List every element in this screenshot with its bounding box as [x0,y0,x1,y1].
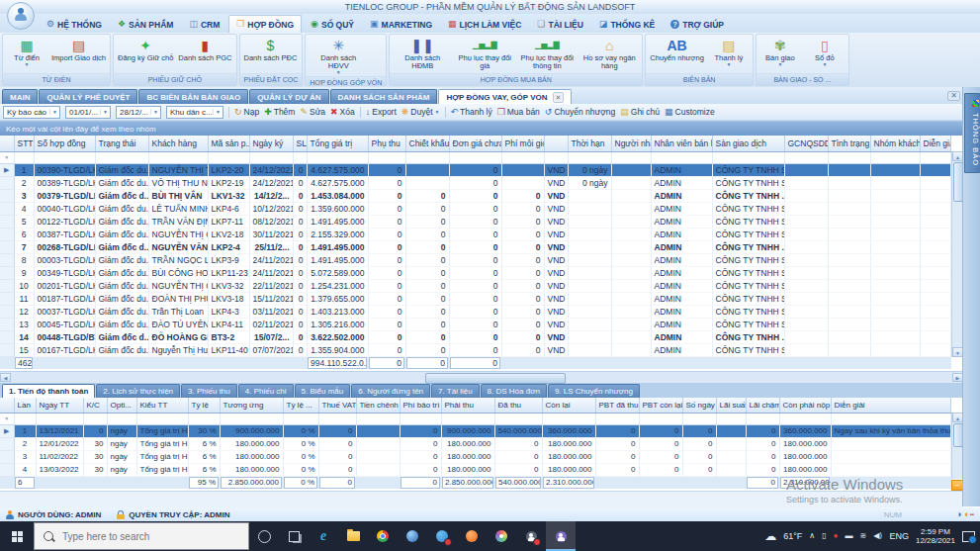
table-row[interactable]: 1000201-TLGD/LKV3...Giám đốc du...NGUYỄN… [0,279,951,292]
scroll-left-icon[interactable]: ◀ [0,373,11,382]
filter-cell[interactable] [14,151,34,163]
table-row[interactable]: ▶100390-TLGD/LKP2...Giám đốc du...NGUYỄN… [0,163,951,176]
task-view-icon[interactable] [279,521,309,551]
edge-icon[interactable]: e [309,521,338,551]
duyet-button[interactable]: ❋Duyệt▼ [401,107,440,117]
detail-tab-bieu-mau[interactable]: 5. Biểu mẫu [295,384,351,398]
column-header[interactable]: Nhân viên bán h... [651,136,712,151]
table-row[interactable]: 1200037-TLGD/LKP4...Giám đốc du...Trần T… [0,305,951,318]
filter-row[interactable]: ▼ [0,151,951,163]
table-row[interactable]: 413/03/202230ngàyTổng giá trị H...6 %180… [0,463,951,476]
doc-tab-quan-ly-du-an[interactable]: QUẢN LÝ DỰ ÁN [249,89,328,104]
start-button[interactable] [0,521,34,551]
ribbon-tab-san-pham[interactable]: ❖SẢN PHẨM [111,16,180,33]
filter-cell[interactable] [651,151,712,163]
column-header[interactable]: Còn lại [542,398,595,413]
phu-luc-thay-doi-gia-button[interactable]: ▁▅▂▇Phụ lục thay đổi giá [454,36,515,72]
table-row[interactable]: 800003-TLGD/LKP3...Giám đốc du...TRẦN NG… [0,253,951,266]
chuyen-nhuong-button[interactable]: ABChuyển nhượng [648,36,706,72]
doc-tab-main[interactable]: MAIN [2,89,38,104]
ribbon-tab-hop-dong[interactable]: ❐HỢP ĐỒNG [228,15,302,33]
cortana-icon[interactable] [249,521,279,551]
column-header[interactable]: STT [14,136,34,151]
wifi-icon[interactable]: ≋ [859,532,866,540]
chrome-icon[interactable] [368,521,398,551]
column-header[interactable]: Ngày ký [249,136,293,151]
table-row[interactable]: 900349-TLGD/LKP1...Giám đốc du...BÙI CÔN… [0,266,951,279]
filter-cell[interactable] [870,151,920,163]
filter-cell[interactable] [293,151,307,163]
clock[interactable]: 2:59 PM 12/28/2021 [916,527,955,545]
tu-dien-button[interactable]: ▦Từ điển▼ [5,36,48,72]
antivirus-app-icon[interactable] [457,521,487,551]
filter-cell[interactable] [368,151,405,163]
app-menu-orb[interactable] [7,2,35,30]
column-header[interactable]: Diễn giải [920,136,951,151]
column-header[interactable]: Lần [14,398,36,413]
column-header[interactable]: Đơn giá chưa... [449,136,501,151]
filter-cell[interactable] [544,151,568,163]
column-header[interactable]: Sàn giao dịch [712,136,784,151]
den-ngay-select[interactable]: 28/12/...▼ [116,106,161,119]
ribbon-tab-marketing[interactable]: ▣MARKETING [363,16,439,33]
ribbon-tab-crm[interactable]: ◫CRM [182,16,226,33]
weather-temp[interactable]: 61°F [783,531,802,541]
chuyen-nhuong-button[interactable]: ↺Chuyển nhượng [545,107,615,117]
doc-tab-hop-dong-vay-gop-von[interactable]: HỢP ĐỒNG VAY, GÓP VỐN✕ [438,89,572,104]
column-header[interactable]: Phụ thu [368,136,405,151]
detail-tab-nguoi-dung-ten[interactable]: 6. Người đứng tên [351,384,430,398]
table-row[interactable]: 1500167-TLGD/LKP1...Giám đốc du...Nguyễn… [0,343,951,356]
contracts-grid-hscrollbar[interactable]: ◀ ▶ [0,371,963,383]
tu-ngay-select[interactable]: 01/01/...▼ [65,106,111,119]
filter-cell[interactable] [107,413,136,424]
taskbar-search[interactable] [34,522,249,550]
filter-cell[interactable] [36,413,83,424]
language-indicator[interactable]: ENG [889,531,909,541]
detail-tab-phieu-chi[interactable]: 4. Phiếu chi [238,384,294,398]
column-header[interactable]: Thuế VAT [318,398,356,413]
doc-tab-danh-sach-san-pham[interactable]: DANH SÁCH SẢN PHẨM [330,89,438,104]
customize-button[interactable]: ▦Customize [665,107,715,117]
table-row[interactable]: 200389-TLGD/LKP2...Giám đốc du...VÕ THỊ … [0,176,951,189]
ribbon-tab-he-thong[interactable]: ⚙HỆ THỐNG [40,16,109,33]
column-header[interactable]: Kiểu TT [136,398,188,413]
group-by-panel[interactable]: Kéo một vài cột lên đây để xem theo nhóm [0,121,963,136]
filter-cell[interactable] [405,151,449,163]
filter-cell[interactable] [400,413,441,424]
column-header[interactable]: Tình trạng ... [828,136,870,151]
detail-tab-tien-do-thanh-toan[interactable]: 1. Tiến độ thanh toán [2,384,95,398]
column-header[interactable]: K/C [83,398,107,413]
column-header[interactable]: Lãi suất [716,398,746,413]
filter-cell[interactable] [568,151,611,163]
them-button[interactable]: ✚Thêm [264,107,295,117]
ribbon-tab-tro-giup[interactable]: ?TRỢ GIÚP [664,16,731,33]
filter-cell[interactable] [831,413,951,424]
danh-sach-hdmb-button[interactable]: ❚❚Danh sách HĐMB [392,36,453,72]
weather-icon[interactable]: ☁ [764,529,776,543]
detail-tab-ds-hoa-don[interactable]: 8. DS Hóa đơn [481,384,547,398]
volume-icon[interactable]: ◀⟩ [873,532,882,540]
filter-cell[interactable] [639,413,682,424]
column-header[interactable]: Phí môi giới [501,136,544,151]
filter-cell[interactable] [449,151,501,163]
filter-cell[interactable] [712,151,784,163]
filter-cell[interactable] [318,413,356,424]
table-row[interactable]: 700268-TLGD/LK...Giám đốc d...NGUYỄN VĂN… [0,240,951,253]
filter-cell[interactable] [542,413,595,424]
column-header[interactable]: Chiết khấu [405,136,449,151]
filter-cell[interactable] [746,413,779,424]
ban-giao-button[interactable]: ✾Bàn giao▼ [758,36,802,72]
filter-cell[interactable] [95,151,148,163]
table-row[interactable]: 212/01/202230ngàyTổng giá trị H...6 %180… [0,437,951,450]
column-header[interactable]: Mã sản p... [208,136,249,151]
dang-ky-giu-cho-button[interactable]: ✦Đăng ký Giữ chỗ [116,36,175,72]
action-center-icon[interactable] [962,531,975,542]
ribbon-tab-lich-lam-viec[interactable]: ▦LỊCH LÀM VIỆC [441,16,528,33]
filter-cell[interactable] [34,151,95,163]
phu-luc-thay-doi-thong-tin-button[interactable]: ▁▅▂▇Phụ lục thay đổi thông tin [516,36,578,72]
column-header[interactable]: Khách hàng [148,136,208,151]
table-row[interactable]: 1100187-TLGD/LKV3...Giám đốc du...ĐOÀN T… [0,292,951,305]
sua-button[interactable]: ✎Sửa [300,107,325,117]
doc-tab-bc-bien-ban-ban-giao[interactable]: BC BIÊN BẢN BÀN GIAO [138,89,248,104]
filter-cell[interactable] [828,151,870,163]
